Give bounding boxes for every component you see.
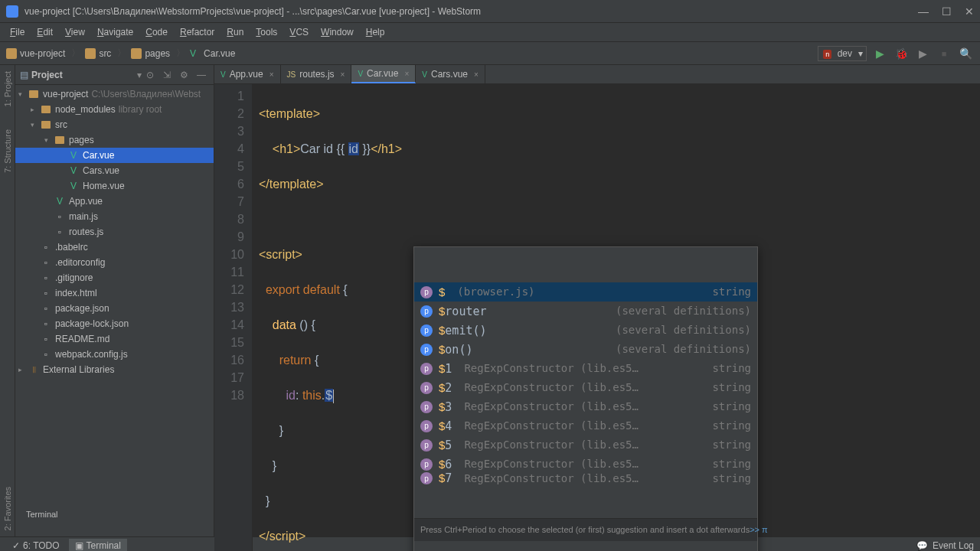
nav-crumb[interactable]: pages [131,47,170,60]
tree-node[interactable]: ▫.babelrc [15,240,214,255]
tree-node[interactable]: VCar.vue [15,148,214,163]
line-number: 15 [214,334,244,351]
autocomplete-item[interactable]: p$emit()(several definitions) [414,321,757,340]
autocomplete-item[interactable]: p$(browser.js)string [414,282,757,302]
menu-view[interactable]: View [59,24,91,40]
editor-tab[interactable]: JSroutes.js× [281,65,352,83]
tree-node[interactable]: ▫routes.js [15,224,214,240]
rail-structure[interactable]: 7: Structure [3,129,12,173]
tree-node[interactable]: ▫README.md [15,331,214,347]
tree-node[interactable]: ▾vue-projectC:\Users\Владилен\Webst [15,86,214,102]
editor-tab[interactable]: VCars.vue× [416,65,485,83]
rail-favorites[interactable]: 2: Favorites [3,487,12,530]
autocomplete-item[interactable]: p$4RegExpConstructor (lib.es5…string [414,416,757,435]
tree-node[interactable]: ▸node_moduleslibrary root [15,102,214,117]
autocomplete-footer: Press Ctrl+Period to choose the selected… [414,518,757,541]
editor-tab[interactable]: VCar.vue× [351,65,416,83]
tree-node[interactable]: ▸⫴External Libraries [15,362,214,377]
tree-node[interactable]: VApp.vue [15,194,214,209]
tree-node[interactable]: ▫main.js [15,209,214,224]
search-everywhere-button[interactable]: 🔍 [957,45,974,62]
completion-name: $on() [439,341,472,359]
hide-icon[interactable]: — [197,70,209,80]
run-button[interactable]: ▶ [871,45,888,62]
expand-arrow-icon[interactable]: ▾ [18,90,28,98]
nav-crumb[interactable]: VCar.vue [190,47,235,60]
completion-hint: (several definitions) [616,341,751,358]
menu-run[interactable]: Run [220,24,250,40]
tab-close-icon[interactable]: × [341,70,345,79]
maximize-button[interactable]: ☐ [942,7,951,16]
debug-button[interactable]: 🐞 [893,45,910,62]
expand-arrow-icon[interactable]: ▾ [44,136,54,144]
tree-node[interactable]: VHome.vue [15,178,214,194]
terminal-tool-label[interactable]: Terminal [21,508,63,520]
tab-close-icon[interactable]: × [404,70,409,78]
tab-label: routes.js [299,69,334,80]
coverage-button[interactable]: ▶ [914,45,931,62]
menu-help[interactable]: Help [360,24,391,40]
rail-project[interactable]: 1: Project [3,71,12,106]
autocomplete-more-link[interactable]: >> π [750,521,768,539]
menu-tools[interactable]: Tools [250,24,283,40]
code-content[interactable]: <template> <h1>Car id {{ id }}</h1> </te… [253,84,980,551]
json-icon: ▫ [40,318,52,329]
tree-node[interactable]: ▫.editorconfig [15,255,214,270]
vue-icon: V [220,70,226,79]
settings-icon[interactable]: ⚙ [180,70,192,80]
tree-node[interactable]: ▫package-lock.json [15,316,214,331]
menu-vcs[interactable]: VCS [283,24,315,40]
module-icon [28,89,40,99]
expand-arrow-icon[interactable]: ▾ [31,121,40,129]
menu-navigate[interactable]: Navigate [91,24,139,40]
tree-label: routes.js [69,227,103,237]
editor-tab[interactable]: VApp.vue× [214,65,281,83]
completion-type: string [712,470,751,487]
minimize-button[interactable]: — [919,7,928,16]
completion-kind-icon: p [420,324,433,337]
autocomplete-item[interactable]: p$3RegExpConstructor (lib.es5…string [414,397,757,416]
vue-icon: V [422,70,427,79]
tree-node[interactable]: ▫webpack.config.js [15,347,214,362]
autocomplete-item[interactable]: p$7RegExpConstructor (lib.es5…string [414,474,757,483]
line-number: 10 [214,246,244,263]
code-editor[interactable]: 123456789101112131415161718 <template> <… [214,84,980,551]
completion-kind-icon: p [420,344,433,356]
menu-edit[interactable]: Edit [31,24,59,40]
stop-button[interactable]: ■ [936,45,952,62]
tree-node[interactable]: ▾pages [15,132,214,148]
tree-node[interactable]: ▾src [15,117,214,132]
tree-node[interactable]: ▫.gitignore [15,270,214,285]
tree-node[interactable]: VCars.vue [15,163,214,178]
line-number: 18 [214,386,244,404]
menu-window[interactable]: Window [315,24,360,40]
nav-crumb[interactable]: vue-project [6,47,65,60]
run-config-select[interactable]: n dev [818,46,867,61]
autocomplete-popup[interactable]: p$(browser.js)stringp$router(several def… [413,246,758,551]
autocomplete-item[interactable]: p$on()(several definitions) [414,340,757,359]
autocomplete-item[interactable]: p$1RegExpConstructor (lib.es5…string [414,359,757,378]
project-tree[interactable]: ▾vue-projectC:\Users\Владилен\Webst▸node… [15,85,214,536]
tree-node[interactable]: ▫package.json [15,301,214,316]
menu-file[interactable]: File [4,24,31,40]
autocomplete-item[interactable]: p$2RegExpConstructor (lib.es5…string [414,378,757,397]
tree-hint: library root [119,104,162,115]
tree-node[interactable]: ▫index.html [15,285,214,301]
nav-crumb[interactable]: src [85,47,111,60]
menu-code[interactable]: Code [139,24,174,40]
autocomplete-item[interactable]: p$router(several definitions) [414,302,757,321]
js-icon: JS [287,70,296,79]
tab-close-icon[interactable]: × [270,70,274,79]
autocomplete-item[interactable]: p$5RegExpConstructor (lib.es5…string [414,435,757,455]
collapse-all-icon[interactable]: ⇲ [163,70,175,80]
scroll-from-source-icon[interactable]: ⊙ [146,70,158,80]
tab-close-icon[interactable]: × [474,70,479,79]
expand-arrow-icon[interactable]: ▸ [31,106,40,113]
bottom-tab-terminal[interactable]: ▣Terminal [69,539,127,552]
tree-label: App.vue [69,196,103,207]
bottom-tab-todo[interactable]: ✓6: TODO [6,539,66,552]
expand-arrow-icon[interactable]: ▸ [18,366,28,373]
menu-refactor[interactable]: Refactor [174,24,220,40]
close-button[interactable]: ✕ [965,7,974,16]
tree-label: webpack.config.js [55,349,128,360]
